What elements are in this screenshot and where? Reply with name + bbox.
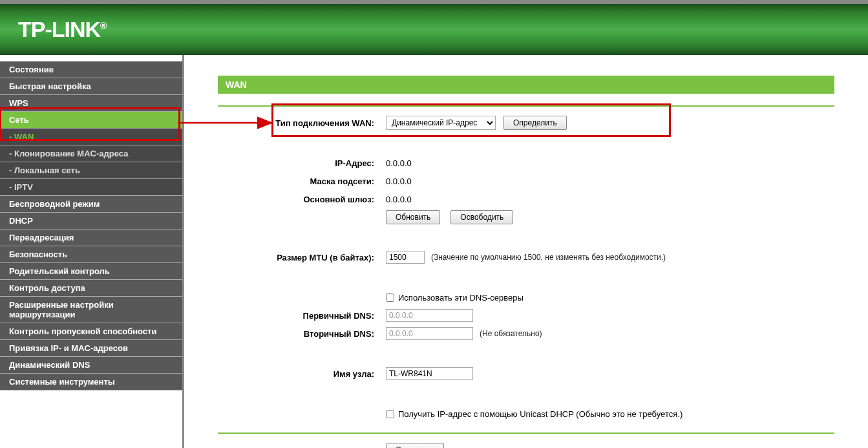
nav-item-3[interactable]: Сеть <box>0 112 182 129</box>
renew-button[interactable]: Обновить <box>386 210 440 224</box>
save-button[interactable]: Сохранить <box>386 443 444 448</box>
value-ip: 0.0.0.0 <box>386 158 412 168</box>
nav-item-7[interactable]: - IPTV <box>0 179 182 196</box>
nav-item-12[interactable]: Родительский контроль <box>0 263 182 280</box>
label-mask: Маска подсети: <box>218 176 386 186</box>
label-dns1: Первичный DNS: <box>218 311 386 321</box>
label-gw: Основной шлюз: <box>218 195 386 204</box>
label-use-dns: Использовать эти DNS-серверы <box>398 293 524 303</box>
header: TP-LINK® <box>0 0 868 55</box>
label-host: Имя узла: <box>218 369 386 379</box>
host-input[interactable] <box>386 367 473 380</box>
use-dns-checkbox[interactable] <box>386 293 394 302</box>
release-button[interactable]: Освободить <box>450 210 513 224</box>
nav-item-11[interactable]: Безопасность <box>0 246 182 263</box>
content-area: WAN Тип подключения WAN: Динамический IP… <box>182 55 868 448</box>
nav-item-4[interactable]: - WAN <box>0 129 182 145</box>
mtu-input[interactable] <box>386 251 425 264</box>
value-gw: 0.0.0.0 <box>386 195 412 204</box>
nav-item-1[interactable]: Быстрая настройка <box>0 78 182 95</box>
value-mask: 0.0.0.0 <box>386 176 412 186</box>
divider <box>218 105 834 107</box>
nav-item-14[interactable]: Расширенные настройки маршрутизации <box>0 297 182 323</box>
detect-button[interactable]: Определить <box>503 116 567 130</box>
nav-item-9[interactable]: DHCP <box>0 213 182 229</box>
reg-mark: ® <box>100 21 106 31</box>
hint-dns2: (Не обязательно) <box>480 329 542 338</box>
sidebar: СостояниеБыстрая настройкаWPSСеть- WAN- … <box>0 55 182 448</box>
label-dns2: Вторичный DNS: <box>218 329 386 339</box>
nav-item-6[interactable]: - Локальная сеть <box>0 162 182 179</box>
dns2-input[interactable] <box>386 327 473 340</box>
nav-item-5[interactable]: - Клонирование MAC-адреса <box>0 145 182 162</box>
nav-item-16[interactable]: Привязка IP- и MAC-адресов <box>0 340 182 357</box>
nav-item-15[interactable]: Контроль пропускной способности <box>0 323 182 340</box>
unicast-checkbox[interactable] <box>386 410 394 418</box>
brand-logo: TP-LINK® <box>18 17 106 42</box>
nav-item-2[interactable]: WPS <box>0 95 182 112</box>
hint-mtu: (Значение по умолчанию 1500, не изменять… <box>431 253 666 262</box>
nav-item-0[interactable]: Состояние <box>0 61 182 78</box>
nav-item-10[interactable]: Переадресация <box>0 229 182 246</box>
divider-bottom <box>218 432 834 434</box>
nav-item-18[interactable]: Системные инструменты <box>0 374 182 390</box>
label-mtu: Размер MTU (в байтах): <box>218 253 386 262</box>
label-conn-type: Тип подключения WAN: <box>218 118 386 128</box>
page-title: WAN <box>218 76 834 94</box>
label-ip: IP-Адрес: <box>218 158 386 168</box>
wan-conn-type-select[interactable]: Динамический IP-адрес <box>386 116 496 130</box>
nav-menu: СостояниеБыстрая настройкаWPSСеть- WAN- … <box>0 61 182 390</box>
dns1-input[interactable] <box>386 309 473 322</box>
label-unicast: Получить IP-адрес с помощью Unicast DHCP… <box>398 409 683 419</box>
nav-item-13[interactable]: Контроль доступа <box>0 280 182 297</box>
nav-item-8[interactable]: Беспроводной режим <box>0 196 182 213</box>
brand-text: TP-LINK <box>18 17 100 41</box>
nav-item-17[interactable]: Динамический DNS <box>0 357 182 374</box>
